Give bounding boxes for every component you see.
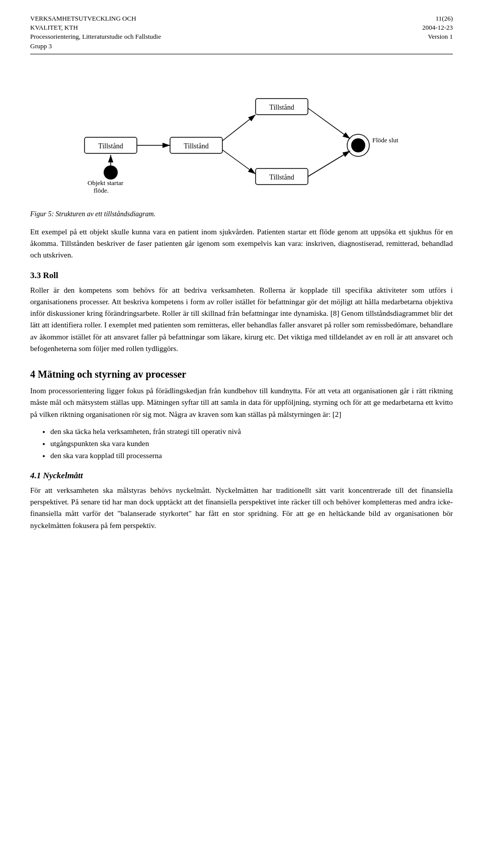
diagram-area: Objekt startar flöde. Tillstånd Tillstån… [30,64,453,205]
header-org-line2: KVALITET, KTH [30,23,161,32]
arrow-t3-end [308,108,350,139]
header-org-line1: VERKSAMHETSUTVECKLING OCH [30,14,161,23]
tillstand-label-3: Tillstånd [269,104,294,111]
section-4-heading: 4 Mätning och styrning av processer [30,369,453,380]
header-version: Version 1 [422,32,453,41]
paragraph-2: Roller är den kompetens som behövs för a… [30,285,453,355]
arrow-t4-end [308,151,350,177]
bullet-list: den ska täcka hela verksamheten, från st… [50,425,453,462]
start-label: Objekt startar [88,179,124,187]
bullet-item-2: utgångspunkten ska vara kunden [50,438,453,450]
start-label2: flöde. [94,187,109,194]
bullet-item-3: den ska vara kopplad till processerna [50,450,453,462]
tillstand-label-2: Tillstånd [184,142,208,150]
paragraph-3: Inom processorientering ligger fokus på … [30,385,453,420]
end-node-inner [351,138,365,152]
tillståndsdiagram-svg: Objekt startar flöde. Tillstånd Tillstån… [70,64,413,205]
figure-caption: Figur 5: Strukturen av ett tillståndsdia… [30,210,453,218]
arrow-t2-t4 [222,150,256,174]
page: VERKSAMHETSUTVECKLING OCH KVALITET, KTH … [0,0,483,557]
header-left: VERKSAMHETSUTVECKLING OCH KVALITET, KTH … [30,14,161,51]
bullet-item-1: den ska täcka hela verksamheten, från st… [50,425,453,438]
header-org-line4: Grupp 3 [30,42,161,51]
start-node [104,165,118,180]
section-4-1-heading: 4.1 Nyckelmått [30,471,453,481]
header-page-num: 11(26) [422,14,453,23]
tillstand-label-1: Tillstånd [98,142,123,150]
end-label: Flöde slut [372,136,398,144]
paragraph-4: För att verksamheten ska målstyras behöv… [30,485,453,532]
section-3-3-heading: 3.3 Roll [30,271,453,281]
tillstand-label-4: Tillstånd [269,173,294,181]
paragraph-1: Ett exempel på ett objekt skulle kunna v… [30,226,453,262]
page-header: VERKSAMHETSUTVECKLING OCH KVALITET, KTH … [30,14,453,54]
header-org-line3: Processorientering, Litteraturstudie och… [30,32,161,41]
arrow-t2-t3 [222,115,256,141]
header-date: 2004-12-23 [422,23,453,32]
header-right: 11(26) 2004-12-23 Version 1 [422,14,453,42]
